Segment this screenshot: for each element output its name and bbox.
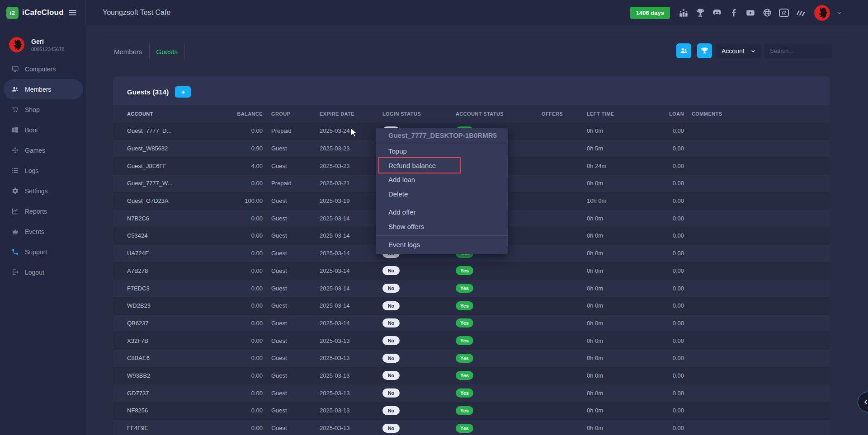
logo-area: i2 iCafeCloud xyxy=(0,0,86,25)
cell-left-time: 0h 24m xyxy=(587,163,653,169)
context-menu-group: Add offerShow offers xyxy=(376,203,508,236)
context-menu-item-add-offer[interactable]: Add offer xyxy=(376,205,508,220)
cell-group: Guest xyxy=(263,197,320,204)
cell-balance: 0.00 xyxy=(226,250,263,257)
column-header: ACCOUNT STATUS xyxy=(456,111,542,117)
icafecloud-logo-icon[interactable]: i2 xyxy=(6,7,19,19)
cell-account-status: Yes xyxy=(456,318,542,327)
cafe-name: Youngzsoft Test Cafe xyxy=(103,9,170,17)
search-input[interactable] xyxy=(764,44,832,58)
cell-loan: 0.00 xyxy=(653,407,684,414)
sidebar-item-logout[interactable]: Logout xyxy=(4,262,83,282)
cell-left-time: 0h 5m xyxy=(587,145,653,152)
cell-login-status: No xyxy=(382,336,456,345)
hamburger-menu-icon[interactable] xyxy=(69,9,76,17)
context-menu-item-refund-balance[interactable]: Refund balance xyxy=(376,159,508,173)
sidebar-item-computers[interactable]: Computers xyxy=(4,59,83,79)
cell-group: Guest xyxy=(263,163,320,169)
chevron-left-icon xyxy=(863,399,868,405)
login-status-badge: No xyxy=(382,336,400,345)
context-menu-item-show-offers[interactable]: Show offers xyxy=(376,220,508,234)
sidebar-item-support[interactable]: Support xyxy=(4,242,83,262)
column-header: LEFT TIME xyxy=(587,111,653,117)
context-menu-item-delete[interactable]: Delete xyxy=(376,187,508,201)
competition-filter-button[interactable] xyxy=(697,43,712,58)
cell-account: Guest_J8E6FF xyxy=(127,163,226,169)
cell-left-time: 0h 0m xyxy=(587,320,653,327)
sidebar-item-label: Events xyxy=(25,228,44,235)
cell-loan: 0.00 xyxy=(653,390,684,397)
login-status-badge: No xyxy=(382,388,400,398)
members-filter-button[interactable] xyxy=(676,43,691,58)
cell-account-status: Yes xyxy=(456,406,542,415)
sidebar-item-members[interactable]: Members xyxy=(4,79,83,99)
tab-guests[interactable]: Guests xyxy=(156,48,178,56)
cell-group: Guest xyxy=(263,145,320,152)
cell-group: Guest xyxy=(263,285,320,292)
cell-account-status: Yes xyxy=(456,284,542,293)
i2-badge-icon[interactable]: i2 xyxy=(779,8,789,18)
sidebar-item-label: Reports xyxy=(25,208,47,215)
cell-left-time: 0h 0m xyxy=(587,407,653,414)
cell-loan: 0.00 xyxy=(653,127,684,134)
cell-account-status: Yes xyxy=(456,301,542,310)
cell-left-time: 0h 0m xyxy=(587,250,653,257)
table-row[interactable]: X32F7B0.00Guest2025-03-13NoYes0h 0m0.00 xyxy=(113,332,830,350)
account-status-badge: Yes xyxy=(456,301,473,310)
cell-expire-date: 2025-03-13 xyxy=(320,372,382,379)
sidebar-item-boot[interactable]: Boot xyxy=(4,120,83,140)
facebook-icon[interactable] xyxy=(729,8,739,18)
cell-left-time: 0h 0m xyxy=(587,355,653,361)
cell-login-status: No xyxy=(382,266,456,275)
topbar-actions: 1406 days i2 xyxy=(630,5,842,21)
table-row[interactable]: QB62370.00Guest2025-03-14NoYes0h 0m0.00 xyxy=(113,315,830,332)
sidebar-item-games[interactable]: Games xyxy=(4,140,83,160)
table-row[interactable]: NF82560.00Guest2025-03-13NoYes0h 0m0.00 xyxy=(113,402,830,420)
globe-icon[interactable] xyxy=(762,8,772,18)
user-avatar[interactable] xyxy=(814,5,830,21)
column-header: ACCOUNT xyxy=(127,111,226,117)
table-row[interactable]: FF4F9E0.00Guest2025-03-13NoYes0h 0m0.00 xyxy=(113,420,830,435)
table-row[interactable]: WD2B230.00Guest2025-03-14NoYes0h 0m0.00 xyxy=(113,297,830,315)
cell-account: C53424 xyxy=(127,232,226,239)
context-menu-item-add-loan[interactable]: Add loan xyxy=(376,173,508,187)
table-row[interactable]: GD77370.00Guest2025-03-13NoYes0h 0m0.00 xyxy=(113,384,830,402)
sidebar-item-events[interactable]: Events xyxy=(4,221,83,242)
cart-icon xyxy=(11,106,19,113)
cell-balance: 100.00 xyxy=(226,197,263,204)
discord-icon[interactable] xyxy=(712,8,722,18)
cell-account: X32F7B xyxy=(127,337,226,344)
subscription-days-badge[interactable]: 1406 days xyxy=(630,7,670,19)
youtube-icon[interactable] xyxy=(745,8,755,18)
cell-expire-date: 2025-03-14 xyxy=(320,215,382,222)
sidebar-item-shop[interactable]: Shop xyxy=(4,99,83,120)
cell-group: Guest xyxy=(263,215,320,222)
table-row[interactable]: F7EDC30.00Guest2025-03-14NoYes0h 0m0.00 xyxy=(113,280,830,297)
trophy-icon[interactable] xyxy=(695,8,705,18)
tab-members[interactable]: Members xyxy=(114,48,142,56)
cell-expire-date: 2025-03-13 xyxy=(320,407,382,414)
chevron-down-icon[interactable] xyxy=(837,10,842,15)
add-guest-button[interactable]: + xyxy=(175,86,191,98)
cell-group: Guest xyxy=(263,320,320,327)
table-row[interactable]: C8BAE60.00Guest2025-03-13NoYes0h 0m0.00 xyxy=(113,350,830,367)
sidebar-user-block[interactable]: Geri 008612345678 xyxy=(0,25,86,52)
sidebar-item-reports[interactable]: Reports xyxy=(4,201,83,221)
layers-icon[interactable] xyxy=(796,8,806,18)
account-filter-select[interactable]: Account xyxy=(717,44,761,58)
cell-account: W93BB2 xyxy=(127,372,226,379)
context-menu-item-event-logs[interactable]: Event logs xyxy=(376,238,508,252)
cell-expire-date: 2025-03-13 xyxy=(320,337,382,344)
sidebar-item-logs[interactable]: Logs xyxy=(4,160,83,181)
context-menu-item-topup[interactable]: Topup xyxy=(376,144,508,159)
cell-loan: 0.00 xyxy=(653,250,684,257)
login-status-badge: No xyxy=(382,266,400,275)
user-name: Geri xyxy=(31,38,64,45)
cell-account: GD7737 xyxy=(127,390,226,397)
table-row[interactable]: A7B2780.00Guest2025-03-14NoYes0h 0m0.00 xyxy=(113,262,830,280)
ranking-icon[interactable] xyxy=(679,8,689,18)
sidebar-item-settings[interactable]: Settings xyxy=(4,181,83,201)
cell-account: C8BAE6 xyxy=(127,355,226,361)
account-status-badge: Yes xyxy=(456,424,473,433)
table-row[interactable]: W93BB20.00Guest2025-03-13NoYes0h 0m0.00 xyxy=(113,367,830,385)
